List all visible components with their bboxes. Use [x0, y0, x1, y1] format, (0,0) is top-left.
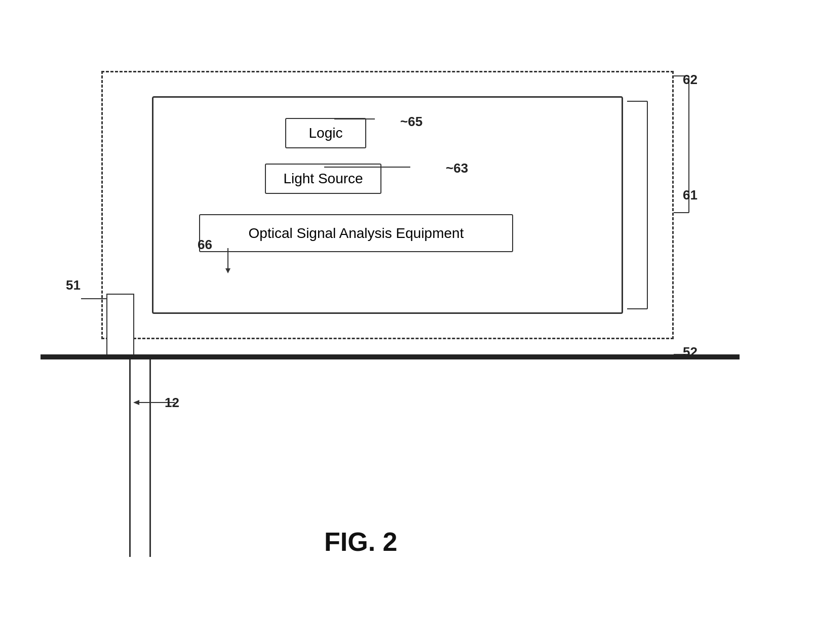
svg-marker-9 — [225, 268, 230, 273]
bracket-61 — [622, 94, 683, 316]
diagram-container: Logic Light Source Optical Signal Analys… — [41, 41, 770, 597]
figure-caption: FIG. 2 — [324, 527, 397, 557]
ref-label-61: 61 — [683, 187, 698, 203]
arrow-63 — [324, 154, 466, 180]
optical-label: Optical Signal Analysis Equipment — [249, 225, 464, 242]
svg-marker-13 — [133, 400, 139, 405]
ref-label-52: 52 — [683, 344, 698, 360]
ref-label-62: 62 — [683, 72, 698, 88]
arrow-66 — [198, 243, 263, 273]
fiber-line-1 — [129, 359, 131, 557]
fiber-line-2 — [149, 359, 151, 557]
ref-label-63: ~63 — [446, 160, 468, 176]
surface-line — [41, 354, 740, 359]
ref-label-65: ~65 — [400, 114, 422, 130]
ref-label-12: 12 — [165, 395, 179, 411]
arrow-51 — [71, 273, 111, 304]
